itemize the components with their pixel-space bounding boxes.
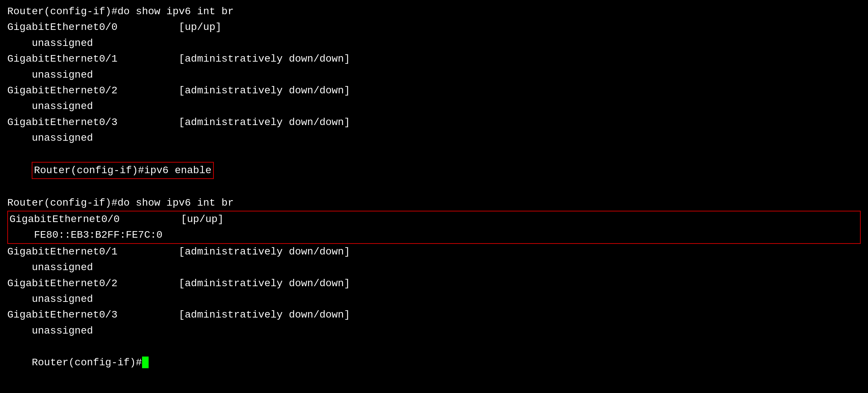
- output-ge01-addr-2: unassigned: [7, 260, 861, 275]
- output-ge02-addr-1: unassigned: [7, 98, 861, 114]
- output-ge03-addr-1: unassigned: [7, 130, 861, 146]
- output-ge00-status-1: GigabitEthernet0/0 [up/up]: [7, 19, 861, 35]
- output-ge01-addr-1: unassigned: [7, 67, 861, 83]
- ipv6-enable-highlight: Router(config-if)#ipv6 enable: [32, 162, 213, 179]
- output-ge00-ipv6-addr: FE80::EB3:B2FF:FE7C:0: [9, 227, 859, 243]
- output-ge02-addr-2: unassigned: [7, 291, 861, 307]
- ge00-highlight-block: GigabitEthernet0/0 [up/up] FE80::EB3:B2F…: [7, 211, 861, 244]
- cursor-block: [142, 357, 149, 368]
- output-ge01-status-2: GigabitEthernet0/1 [administratively dow…: [7, 244, 861, 260]
- output-ge01-status-1: GigabitEthernet0/1 [administratively dow…: [7, 51, 861, 67]
- prompt-line[interactable]: Router(config-if)#: [7, 339, 861, 386]
- output-ge02-status-2: GigabitEthernet0/2 [administratively dow…: [7, 276, 861, 291]
- terminal-window: Router(config-if)#do show ipv6 int br Gi…: [7, 4, 861, 386]
- output-ge03-addr-2: unassigned: [7, 323, 861, 339]
- cmd-line-1: Router(config-if)#do show ipv6 int br: [7, 4, 861, 19]
- prompt-text: Router(config-if)#: [32, 357, 142, 368]
- cmd-ipv6-enable: Router(config-if)#ipv6 enable: [7, 146, 861, 195]
- output-ge00-status-2: GigabitEthernet0/0 [up/up]: [9, 211, 859, 227]
- cmd-line-2: Router(config-if)#do show ipv6 int br: [7, 195, 861, 211]
- output-ge02-status-1: GigabitEthernet0/2 [administratively dow…: [7, 83, 861, 98]
- output-ge03-status-1: GigabitEthernet0/3 [administratively dow…: [7, 114, 861, 130]
- output-ge03-status-2: GigabitEthernet0/3 [administratively dow…: [7, 307, 861, 323]
- output-ge00-addr-1: unassigned: [7, 35, 861, 51]
